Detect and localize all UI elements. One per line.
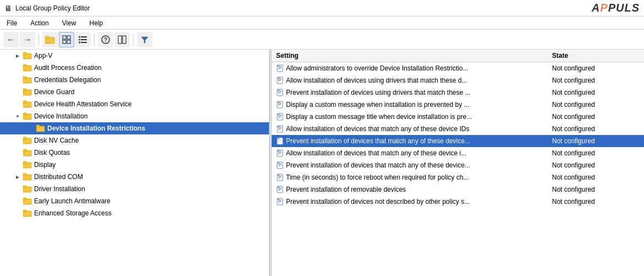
right-pane[interactable]: Setting State Allow administrators to ov… [272, 50, 644, 276]
folder-icon-devguard [23, 88, 32, 96]
expander-creds[interactable] [13, 75, 22, 84]
svg-rect-1 [45, 36, 49, 39]
setting-column-header[interactable]: Setting [272, 50, 548, 62]
menu-bar: File Action View Help [0, 17, 644, 30]
title-bar-text: Local Group Policy Editor [15, 4, 90, 12]
tree-item-devguard[interactable]: Device Guard [0, 86, 269, 98]
view-grid-button[interactable] [59, 32, 74, 47]
folder-icon-enhstorage [23, 209, 32, 218]
expander-diskquota[interactable] [13, 148, 22, 157]
filter-button[interactable] [137, 32, 152, 47]
expander-disknv[interactable] [13, 136, 22, 145]
svg-rect-79 [277, 138, 279, 139]
setting-cell: Prevent installation of devices using dr… [272, 86, 548, 99]
table-row[interactable]: Allow administrators to override Device … [272, 62, 644, 74]
menu-help[interactable]: Help [87, 18, 106, 28]
table-row[interactable]: Display a custom message title when devi… [272, 111, 644, 123]
tree-label-distcom: Distributed COM [34, 173, 83, 181]
table-row[interactable]: Allow installation of devices using driv… [272, 74, 644, 86]
table-row[interactable]: Prevent installation of devices not desc… [272, 196, 644, 208]
table-row[interactable]: Prevent installation of devices that mat… [272, 159, 644, 171]
tree-item-distcom[interactable]: ▶ Distributed COM [0, 171, 269, 183]
folder-icon-creds [23, 75, 32, 84]
table-row[interactable]: Time (in seconds) to force reboot when r… [272, 171, 644, 183]
setting-cell: Time (in seconds) to force reboot when r… [272, 171, 548, 183]
left-pane[interactable]: ▶ App-V Audit Process Creation Credentia… [0, 50, 269, 276]
toolbar: ← → ? [0, 30, 644, 50]
tree-item-audit[interactable]: Audit Process Creation [0, 62, 269, 74]
main-content: ▶ App-V Audit Process Creation Credentia… [0, 50, 644, 276]
svg-rect-5 [67, 40, 70, 44]
expander-driverinstall[interactable] [13, 185, 22, 193]
state-cell: Not configured [548, 123, 644, 135]
view-extra-icon [118, 35, 126, 44]
menu-view[interactable]: View [60, 18, 79, 28]
tree-item-devinstallrestr[interactable]: Device Installation Restrictions [0, 122, 269, 134]
setting-text: Allow installation of devices that match… [286, 149, 466, 157]
tree-item-disknv[interactable]: Disk NV Cache [0, 134, 269, 147]
menu-action[interactable]: Action [28, 18, 51, 28]
expander-enhstorage[interactable] [13, 209, 22, 218]
state-cell: Not configured [548, 147, 644, 159]
svg-rect-38 [23, 174, 26, 176]
table-row[interactable]: Allow installation of devices that match… [272, 123, 644, 135]
svg-rect-104 [277, 198, 279, 200]
tree-item-display[interactable]: Display [0, 159, 269, 171]
view-list-button[interactable] [75, 32, 91, 47]
table-row[interactable]: Prevent installation of devices using dr… [272, 86, 644, 99]
app-icon: 🖥 [4, 4, 12, 13]
state-cell: Not configured [548, 111, 644, 123]
tree-item-earlylaunce[interactable]: Early Launch Antimalware [0, 195, 269, 207]
policy-icon [276, 149, 284, 157]
tree-item-driverinstall[interactable]: Driver Installation [0, 183, 269, 195]
table-row[interactable]: Prevent installation of removable device… [272, 183, 644, 196]
back-button[interactable]: ← [3, 32, 19, 47]
tree-item-diskquota[interactable]: Disk Quotas [0, 147, 269, 159]
expander-distcom[interactable]: ▶ [13, 172, 22, 181]
folder-open-button[interactable] [42, 32, 58, 47]
tree-label-creds: Credentials Delegation [34, 76, 101, 84]
folder-icon-appv [23, 51, 32, 60]
svg-rect-32 [23, 137, 26, 139]
expander-audit[interactable] [13, 63, 22, 72]
setting-text: Time (in seconds) to force reboot when r… [286, 174, 469, 181]
svg-rect-54 [277, 77, 279, 79]
help-button[interactable]: ? [98, 32, 113, 47]
tree-label-enhstorage: Enhanced Storage Access [34, 209, 112, 217]
setting-text: Display a custom message title when devi… [286, 113, 472, 121]
table-row[interactable]: Prevent installation of devices that mat… [272, 135, 644, 147]
menu-file[interactable]: File [4, 18, 19, 28]
expander-appv[interactable]: ▶ [13, 51, 22, 60]
tree-item-creds[interactable]: Credentials Delegation [0, 74, 269, 86]
setting-text: Prevent installation of devices that mat… [286, 161, 470, 169]
state-cell: Not configured [548, 183, 644, 196]
tree-item-devinstall[interactable]: ▼ Device Installation [0, 110, 269, 122]
expander-earlylaunce[interactable] [13, 197, 22, 205]
state-column-header[interactable]: State [548, 50, 644, 62]
table-row[interactable]: Allow installation of devices that match… [272, 147, 644, 159]
expander-devinstall[interactable]: ▼ [13, 112, 22, 121]
expander-devguard[interactable] [13, 88, 22, 96]
expander-devinstallrestr[interactable] [26, 124, 35, 133]
svg-rect-64 [277, 101, 279, 103]
policy-table: Setting State Allow administrators to ov… [272, 50, 644, 208]
tree-item-appv[interactable]: ▶ App-V [0, 50, 269, 62]
tree-label-audit: Audit Process Creation [34, 64, 102, 72]
tree-label-earlylaunce: Early Launch Antimalware [34, 197, 111, 205]
table-row[interactable]: Display a custom message when installati… [272, 99, 644, 111]
setting-text: Prevent installation of devices using dr… [286, 89, 471, 96]
svg-point-10 [79, 39, 80, 40]
svg-marker-16 [141, 37, 148, 43]
expander-devhealth[interactable] [13, 100, 22, 109]
tree-item-enhstorage[interactable]: Enhanced Storage Access [0, 207, 269, 219]
policy-icon [276, 125, 284, 133]
view-extra-button[interactable] [114, 32, 130, 47]
tree-label-devguard: Device Guard [34, 88, 74, 96]
separator-3 [133, 34, 134, 46]
svg-rect-22 [23, 77, 26, 79]
expander-display[interactable] [13, 160, 22, 169]
setting-text: Allow administrators to override Device … [286, 64, 468, 72]
setting-text: Prevent installation of devices not desc… [286, 198, 470, 205]
tree-item-devhealth[interactable]: Device Health Attestation Service [0, 98, 269, 110]
forward-button[interactable]: → [20, 32, 35, 47]
